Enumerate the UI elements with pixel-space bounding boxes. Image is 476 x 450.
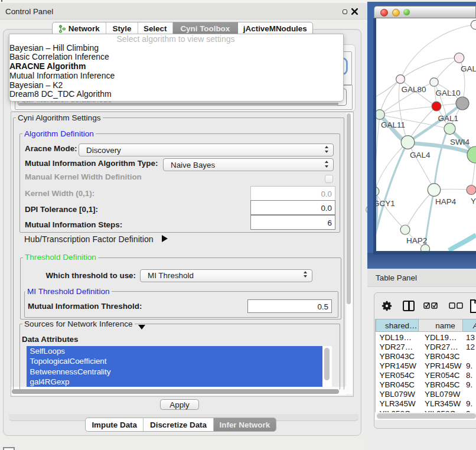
svg-text:GAL4: GAL4 [410, 151, 431, 159]
svg-text:HAP4: HAP4 [435, 197, 457, 206]
svg-text:HAP2: HAP2 [406, 236, 427, 245]
svg-text:YJ: YJ [471, 197, 476, 206]
svg-text:GAL11: GAL11 [381, 120, 405, 129]
svg-text:GAL2: GAL2 [461, 64, 476, 73]
svg-text:GAL80: GAL80 [402, 85, 426, 94]
svg-text:GCY1: GCY1 [376, 199, 395, 208]
svg-text:SWI4: SWI4 [450, 138, 470, 146]
svg-text:GAL1: GAL1 [438, 114, 459, 123]
svg-text:GAL10: GAL10 [436, 89, 461, 97]
